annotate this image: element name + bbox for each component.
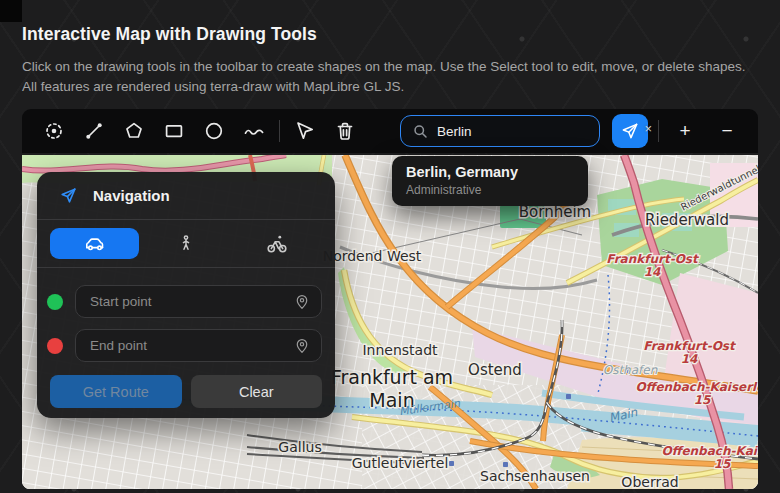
map-label: Frankfurt am (331, 366, 453, 388)
walk-icon (175, 233, 197, 255)
mode-car-button[interactable] (50, 228, 139, 259)
navigation-panel: Navigation (37, 172, 335, 418)
zoom-out-button[interactable]: − (710, 115, 744, 147)
end-dot (47, 338, 63, 354)
start-field (75, 285, 322, 318)
toolbar-divider (279, 120, 280, 142)
map-label: 14 (644, 265, 661, 279)
get-route-button[interactable]: Get Route (50, 375, 182, 408)
map-label: Gallus (278, 439, 321, 455)
navigate-button-wrap: × (612, 114, 648, 148)
toolbar-divider (658, 120, 659, 142)
send-icon (59, 186, 78, 205)
map-label: Innenstadt (362, 342, 438, 358)
polygon-tool-button[interactable] (118, 115, 150, 147)
map-toolbar: × + − (22, 109, 758, 153)
delete-tool-button[interactable] (329, 115, 361, 147)
map-label: 14 (681, 352, 698, 366)
circle-tool-button[interactable] (198, 115, 230, 147)
start-point-row (37, 285, 335, 318)
line-icon (82, 119, 106, 143)
map-label: Riederwald (645, 211, 729, 229)
map-label: Frankfurt-Ost (643, 339, 737, 353)
end-point-input[interactable] (75, 329, 322, 362)
map-label: Nordend West (323, 248, 422, 264)
navigation-panel-header: Navigation (37, 172, 335, 220)
send-icon (620, 121, 640, 141)
mode-walk-button[interactable] (141, 228, 230, 259)
end-point-row (37, 329, 335, 362)
travel-mode-tabs (37, 220, 335, 268)
page-title: Interactive Map with Drawing Tools (22, 24, 317, 45)
page-subtitle: Click on the drawing tools in the toolba… (22, 57, 752, 98)
clear-button[interactable]: Clear (191, 375, 323, 408)
rectangle-tool-button[interactable] (158, 115, 190, 147)
search-result-title: Berlin, Germany (406, 164, 574, 180)
map-label: Oberrad (621, 474, 678, 489)
route-buttons-row: Get Route Clear (37, 375, 335, 408)
freehand-icon (242, 119, 266, 143)
map-label: 15 (694, 393, 712, 407)
map-label: Offenbach-Kaiserlei (661, 444, 758, 458)
point-icon (42, 119, 66, 143)
circle-icon (202, 119, 226, 143)
rectangle-icon (162, 119, 186, 143)
map-label: Gutleutviertel (352, 455, 449, 471)
map-label: Sachsenhausen (480, 468, 590, 484)
start-dot (47, 294, 63, 310)
map-label: Osthafen (603, 363, 658, 377)
navigation-panel-title: Navigation (93, 187, 170, 204)
search-box (400, 115, 600, 147)
line-tool-button[interactable] (78, 115, 110, 147)
car-icon (83, 232, 107, 256)
trash-icon (333, 119, 357, 143)
polygon-icon (122, 119, 146, 143)
search-result-item[interactable]: Berlin, Germany Administrative (392, 156, 588, 206)
end-field (75, 329, 322, 362)
select-tool-button[interactable] (289, 115, 321, 147)
map-label: Frankfurt-Ost (606, 252, 700, 266)
mode-bike-button[interactable] (233, 228, 322, 259)
map-label: Ostend (468, 361, 522, 379)
search-result-subtitle: Administrative (406, 183, 574, 197)
map-label: Offenbach-Kaiserlei (635, 380, 758, 394)
corner-decoration (0, 0, 22, 22)
freehand-tool-button[interactable] (238, 115, 270, 147)
cursor-icon (293, 119, 317, 143)
search-input[interactable] (400, 115, 600, 147)
clear-search-icon[interactable]: × (644, 122, 652, 135)
bike-icon (265, 232, 289, 256)
map-label: 15 (714, 457, 732, 471)
navigate-button[interactable] (612, 114, 648, 148)
map-canvas[interactable]: BornheimRiederwaldRiederwaldtunnelNorden… (22, 155, 758, 489)
point-tool-button[interactable] (38, 115, 70, 147)
zoom-in-button[interactable]: + (668, 115, 702, 147)
start-point-input[interactable] (75, 285, 322, 318)
